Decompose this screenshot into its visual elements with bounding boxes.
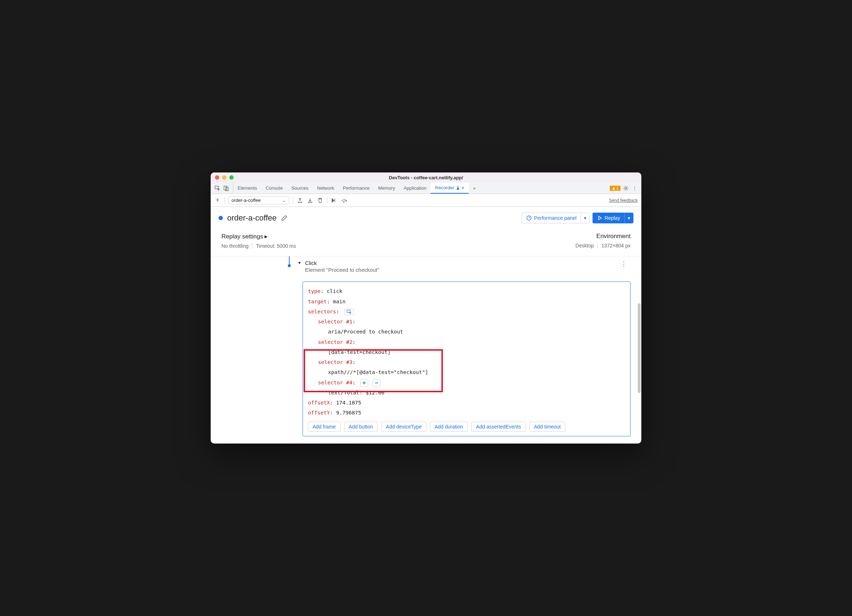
recording-status-dot xyxy=(219,216,223,220)
device-toggle-icon[interactable] xyxy=(223,185,229,191)
offsetx-key: offsetX xyxy=(308,400,330,405)
tab-sources[interactable]: Sources xyxy=(287,182,313,194)
add-duration-button[interactable]: Add duration xyxy=(430,422,468,432)
sel3-key: selector #3 xyxy=(318,359,352,365)
tab-console[interactable]: Console xyxy=(261,182,287,194)
titlebar: DevTools - coffee-cart.netlify.app/ xyxy=(211,172,641,182)
inspect-icon[interactable] xyxy=(214,185,221,191)
offsety-key: offsetY xyxy=(308,410,330,416)
add-devicetype-button[interactable]: Add deviceType xyxy=(381,422,426,432)
sel4-val[interactable]: text/Total: $12.00 xyxy=(308,388,625,398)
export-icon[interactable] xyxy=(297,197,303,204)
throttling-value: No throttling xyxy=(221,243,248,249)
recorder-toolbar: + order-a-coffee Send feedback xyxy=(211,194,641,207)
add-assertedevents-button[interactable]: Add assertedEvents xyxy=(471,422,526,432)
tabs-bar: Elements Console Sources Network Perform… xyxy=(211,182,641,194)
settings-row: Replay settings ▸ No throttling Timeout:… xyxy=(211,229,641,256)
step-details-panel: type: click target: main selectors: sele… xyxy=(302,282,631,436)
devtools-window: DevTools - coffee-cart.netlify.app/ Elem… xyxy=(211,172,641,443)
timeline: ▼ Click Element "Proceed to checkout" ⋮ xyxy=(211,256,641,276)
traffic-lights xyxy=(215,175,234,180)
edit-title-icon[interactable] xyxy=(281,215,287,221)
play-icon xyxy=(597,215,602,220)
delete-icon[interactable] xyxy=(317,197,323,204)
step-play-icon[interactable] xyxy=(331,197,337,204)
tab-application[interactable]: Application xyxy=(399,182,431,194)
settings-gear-icon[interactable] xyxy=(623,185,629,191)
element-picker-icon xyxy=(347,309,352,315)
sel2-val[interactable]: [data-test=checkout] xyxy=(308,347,625,357)
recording-select[interactable]: order-a-coffee xyxy=(228,196,289,204)
device-value: Desktop xyxy=(575,243,594,249)
tab-network[interactable]: Network xyxy=(313,182,339,194)
dimensions-value: 1372×804 px xyxy=(598,243,631,249)
remove-selector-button[interactable]: − xyxy=(373,379,381,387)
prop-target-val[interactable]: main xyxy=(333,299,346,304)
step-subtitle: Element "Proceed to checkout" xyxy=(305,267,379,273)
sel3-val[interactable]: xpath///*[@data-test="checkout"] xyxy=(308,367,625,377)
gauge-icon xyxy=(526,215,532,221)
warnings-badge[interactable]: 1 xyxy=(610,186,621,191)
replay-caret[interactable]: ▾ xyxy=(624,212,633,223)
close-tab-icon[interactable]: × xyxy=(462,185,464,191)
add-recording-icon[interactable]: + xyxy=(214,197,221,204)
sel1-val[interactable]: aria/Proceed to checkout xyxy=(308,327,625,337)
timeline-rail xyxy=(289,256,290,264)
add-timeout-button[interactable]: Add timeout xyxy=(529,422,566,432)
tab-elements[interactable]: Elements xyxy=(233,182,261,194)
replay-button[interactable]: Replay xyxy=(592,212,624,223)
window-title: DevTools - coffee-cart.netlify.app/ xyxy=(211,175,641,180)
add-button-button[interactable]: Add button xyxy=(344,422,378,432)
scrollbar-thumb[interactable] xyxy=(638,303,641,393)
minimize-window-button[interactable] xyxy=(222,175,227,180)
performance-panel-split: Performance panel ▾ xyxy=(521,212,590,223)
element-picker-button[interactable] xyxy=(344,309,354,315)
add-frame-button[interactable]: Add frame xyxy=(308,422,341,432)
offsetx-val[interactable]: 174.1875 xyxy=(336,400,361,405)
environment-title: Environment xyxy=(597,233,631,240)
timeout-value: Timeout: 5000 ms xyxy=(252,243,296,249)
kebab-menu-icon[interactable]: ⋮ xyxy=(631,185,638,191)
sel2-key: selector #2 xyxy=(318,339,352,345)
step-title: Click xyxy=(305,260,379,266)
replay-settings-toggle[interactable]: Replay settings ▸ xyxy=(221,233,296,240)
add-property-row: Add frame Add button Add deviceType Add … xyxy=(308,422,625,432)
recording-header: order-a-coffee Performance panel ▾ Repla… xyxy=(211,207,641,229)
send-feedback-link[interactable]: Send feedback xyxy=(609,198,638,203)
replay-split: Replay ▾ xyxy=(592,212,633,223)
sel1-key: selector #1 xyxy=(318,319,352,324)
tabs-list: Elements Console Sources Network Perform… xyxy=(233,182,606,194)
maximize-window-button[interactable] xyxy=(229,175,234,180)
step-over-icon[interactable] xyxy=(341,197,347,204)
import-icon[interactable] xyxy=(307,197,313,204)
prop-type-val[interactable]: click xyxy=(326,288,342,294)
svg-point-3 xyxy=(625,187,627,189)
performance-panel-caret[interactable]: ▾ xyxy=(581,212,590,223)
performance-panel-button[interactable]: Performance panel xyxy=(521,212,581,223)
svg-rect-6 xyxy=(347,310,350,313)
svg-point-4 xyxy=(343,202,344,202)
tab-recorder[interactable]: Recorder × xyxy=(431,182,469,194)
chevron-right-icon: ▸ xyxy=(264,233,268,240)
warning-icon xyxy=(612,187,615,190)
svg-rect-1 xyxy=(224,186,227,190)
sel4-key: selector #4 xyxy=(318,380,352,386)
step-kebab-menu[interactable]: ⋮ xyxy=(621,260,631,268)
flask-icon xyxy=(456,186,460,190)
tab-performance[interactable]: Performance xyxy=(338,182,374,194)
add-selector-button[interactable]: + xyxy=(360,379,368,387)
recording-title: order-a-coffee xyxy=(227,213,277,223)
prop-target-key: target xyxy=(308,299,326,304)
prop-type-key: type xyxy=(308,288,320,294)
tabs-overflow[interactable]: » xyxy=(469,182,480,194)
close-window-button[interactable] xyxy=(215,175,219,180)
prop-selectors-key: selectors xyxy=(308,309,336,315)
offsety-val[interactable]: 9.796875 xyxy=(336,410,361,416)
svg-rect-0 xyxy=(215,186,219,189)
tab-memory[interactable]: Memory xyxy=(374,182,399,194)
step-collapse-toggle[interactable]: ▼ xyxy=(298,260,301,265)
